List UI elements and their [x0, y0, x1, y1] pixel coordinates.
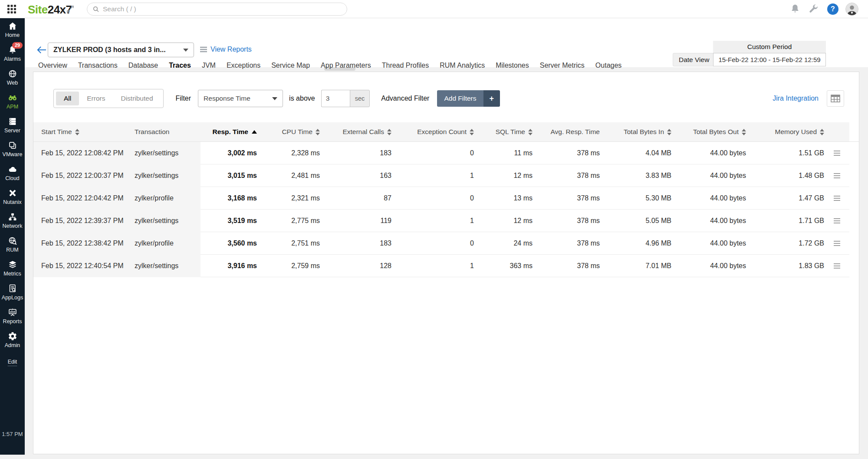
- row-menu-button[interactable]: [832, 194, 842, 203]
- row-menu-button[interactable]: [832, 149, 842, 157]
- sidebar-item-vmware[interactable]: VMware: [0, 138, 25, 160]
- tab-transactions[interactable]: Transactions: [78, 62, 118, 69]
- tab-milestones[interactable]: Milestones: [496, 62, 529, 69]
- column-header-label: Resp. Time: [213, 128, 248, 136]
- sidebar-item-label: Alarms: [0, 56, 25, 62]
- tab-exceptions[interactable]: Exceptions: [227, 62, 260, 69]
- cell-total-bytes-out-row6: 44.00 bytes: [671, 255, 746, 277]
- column-header-label: External Calls: [342, 128, 384, 136]
- filter-metric-dropdown[interactable]: Response Time: [198, 90, 283, 107]
- cell-resp-time-row2: 3,015 ms: [201, 164, 257, 187]
- filter-label: Filter: [176, 95, 191, 102]
- apps-grid-icon[interactable]: [7, 4, 16, 14]
- row-menu-button[interactable]: [832, 171, 842, 180]
- column-header-exception-count[interactable]: Exception Count: [391, 122, 474, 142]
- cell-avg-resp-time-row1: 378 ms: [533, 142, 600, 164]
- tab-jvm[interactable]: JVM: [202, 62, 216, 69]
- sidebar-item-admin[interactable]: Admin: [0, 328, 25, 351]
- tab-rum-analytics[interactable]: RUM Analytics: [440, 62, 485, 69]
- cell-transaction-row3: zylker/profile: [127, 187, 201, 210]
- gear-icon: [0, 331, 25, 341]
- column-header-sql-time[interactable]: SQL Time: [474, 122, 533, 142]
- global-search[interactable]: [87, 3, 347, 16]
- segment-all[interactable]: All: [56, 92, 79, 105]
- cell-exception-count-row3: 0: [391, 187, 474, 210]
- tab-outages[interactable]: Outages: [595, 62, 621, 69]
- column-header-cpu-time[interactable]: CPU Time: [257, 122, 320, 142]
- cell-sql-time-row4: 12 ms: [474, 210, 533, 232]
- trace-type-segmented-control: AllErrorsDistributed: [53, 89, 164, 108]
- tab-database[interactable]: Database: [128, 62, 158, 69]
- threshold-group: sec: [321, 90, 370, 107]
- cell-resp-time-row1: 3,002 ms: [201, 142, 257, 164]
- sidebar-item-reports[interactable]: Reports: [0, 305, 25, 327]
- threshold-input[interactable]: [321, 90, 350, 107]
- sidebar-item-alarms[interactable]: Alarms29: [0, 42, 25, 65]
- view-reports-link[interactable]: View Reports: [200, 46, 252, 53]
- sidebar-item-label: Metrics: [0, 271, 25, 277]
- column-header-start-time[interactable]: Start Time: [33, 122, 127, 142]
- sidebar-clock: 1:57 PM: [0, 431, 25, 437]
- cell-memory-used-row2: 1.48 GB: [746, 164, 824, 187]
- sort-icon: [820, 129, 824, 135]
- sidebar-item-network[interactable]: Network: [0, 209, 25, 232]
- sidebar-item-metrics[interactable]: Metrics: [0, 257, 25, 279]
- sidebar-item-nutanix[interactable]: Nutanix: [0, 185, 25, 208]
- tab-service-map[interactable]: Service Map: [271, 62, 310, 69]
- rum-icon: [0, 236, 25, 246]
- filter-condition-label: is above: [289, 95, 315, 102]
- traces-table: Start TimeTransactionResp. TimeCPU TimeE…: [33, 122, 859, 277]
- tab-app-parameters[interactable]: App Parameters: [321, 62, 371, 69]
- row-menu-button[interactable]: [832, 262, 842, 270]
- column-header-transaction: Transaction: [127, 122, 201, 142]
- tab-thread-profiles[interactable]: Thread Profiles: [382, 62, 429, 69]
- site24x7-logo[interactable]: Site24x7: [28, 3, 72, 16]
- sidebar-item-home[interactable]: Home: [0, 18, 25, 41]
- back-arrow-icon[interactable]: [37, 46, 46, 54]
- tab-server-metrics[interactable]: Server Metrics: [540, 62, 585, 69]
- row-menu-button[interactable]: [832, 239, 842, 248]
- expand-icon[interactable]: [66, 5, 75, 13]
- column-header-external-calls[interactable]: External Calls: [320, 122, 391, 142]
- tab-overview[interactable]: Overview: [38, 62, 67, 69]
- sidebar-item-cloud[interactable]: Cloud: [0, 161, 25, 184]
- column-header-label: Total Bytes In: [624, 128, 664, 136]
- plus-icon[interactable]: +: [483, 90, 500, 107]
- cell-exception-count-row4: 1: [391, 210, 474, 232]
- vmware-icon: [0, 141, 25, 150]
- jira-integration-link[interactable]: Jira Integration: [773, 95, 819, 102]
- sidebar-item-web[interactable]: Web: [0, 66, 25, 89]
- row-filler: [849, 255, 859, 277]
- sidebar-item-server[interactable]: Server: [0, 114, 25, 136]
- sidebar-item-apm[interactable]: APM: [0, 90, 25, 112]
- sidebar-item-label: VMware: [0, 151, 25, 157]
- sort-icon: [470, 129, 474, 135]
- column-header-total-bytes-out[interactable]: Total Bytes Out: [671, 122, 746, 142]
- sort-ascending-icon: [252, 130, 257, 134]
- sort-icon: [742, 129, 746, 135]
- monitor-dropdown[interactable]: ZYLKER PROD (3 hosts and 3 in...: [48, 43, 194, 57]
- advanced-filter-label: Advanced Filter: [381, 95, 429, 102]
- tools-wrench-icon[interactable]: [808, 3, 819, 14]
- nutanix-icon: [0, 188, 25, 198]
- cloud-icon: [0, 164, 25, 174]
- tab-traces[interactable]: Traces: [169, 62, 191, 69]
- column-header-memory-used[interactable]: Memory Used: [746, 122, 824, 142]
- cell-transaction-row6: zylker/settings: [127, 255, 201, 277]
- segment-distributed[interactable]: Distributed: [113, 92, 161, 105]
- sidebar-item-applogs[interactable]: AppLogs: [0, 281, 25, 303]
- date-range-picker[interactable]: 15-Feb-22 12:00 - 15-Feb-22 12:59: [713, 53, 826, 66]
- announcements-bell-icon[interactable]: [790, 3, 800, 14]
- sidebar-item-edit[interactable]: Edit: [0, 354, 25, 369]
- segment-errors[interactable]: Errors: [79, 92, 113, 105]
- sidebar-item-rum[interactable]: RUM: [0, 233, 25, 256]
- add-filters-button[interactable]: Add Filters +: [437, 90, 500, 107]
- column-picker-button[interactable]: [827, 90, 844, 107]
- row-menu-button[interactable]: [832, 216, 842, 225]
- search-input[interactable]: [103, 5, 342, 13]
- help-icon[interactable]: ?: [827, 3, 838, 15]
- user-avatar[interactable]: [845, 3, 858, 16]
- column-header-resp-time[interactable]: Resp. Time: [201, 122, 257, 142]
- column-header-total-bytes-in[interactable]: Total Bytes In: [600, 122, 671, 142]
- column-header-label: Avg. Resp. Time: [551, 128, 600, 136]
